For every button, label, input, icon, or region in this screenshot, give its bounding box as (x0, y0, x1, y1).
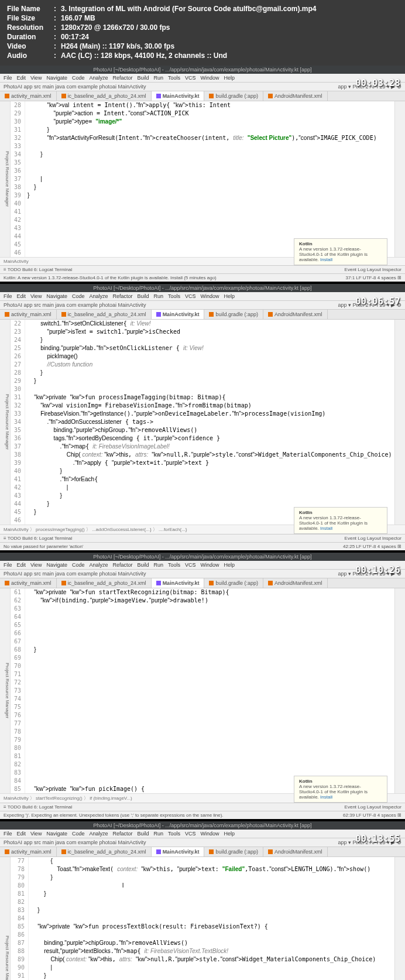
tab-mainactivity-kt[interactable]: MainActivity.kt (152, 310, 205, 319)
right-tool-strip[interactable] (394, 588, 405, 793)
tab-androidmanifest-xml[interactable]: AndroidManifest.xml (263, 578, 328, 588)
right-tool-strip[interactable] (394, 857, 405, 980)
menu-vcs[interactable]: VCS (185, 831, 196, 837)
kotlin-update-notification[interactable]: Kotlin A new version 1.3.72-release-Stud… (294, 507, 387, 534)
menu-code[interactable]: Code (72, 293, 85, 299)
bottom-tool-tabs[interactable]: ≡ TODO Build 6: Logcat TerminalEvent Log… (0, 534, 405, 542)
tab-androidmanifest-xml[interactable]: AndroidManifest.xml (263, 847, 328, 856)
menu-help[interactable]: Help (224, 562, 235, 568)
breadcrumb[interactable]: PhotoAI app src main java com example ph… (4, 84, 338, 90)
menu-vcs[interactable]: VCS (185, 562, 196, 568)
notification-install-link[interactable]: Install (320, 257, 332, 262)
menu-code[interactable]: Code (72, 75, 85, 81)
tab-androidmanifest-xml[interactable]: AndroidManifest.xml (263, 91, 328, 101)
tab-ic-baseline-add-a-photo-24-xml[interactable]: ic_baseline_add_a_photo_24.xml (57, 578, 152, 588)
code-editor[interactable]: "kw">private "kw">fun startTextRecognizi… (25, 588, 394, 793)
tab-activity-main-xml[interactable]: activity_main.xml (0, 310, 57, 319)
menu-build[interactable]: Build (137, 562, 149, 568)
breadcrumb[interactable]: PhotoAI app src main java com example ph… (4, 839, 338, 845)
menu-edit[interactable]: Edit (17, 562, 26, 568)
menu-run[interactable]: Run (154, 831, 164, 837)
menu-analyze[interactable]: Analyze (89, 831, 108, 837)
editor-tabs: activity_main.xml ic_baseline_add_a_phot… (0, 578, 405, 588)
bottom-tool-tabs[interactable]: ≡ TODO Build 6: Logcat TerminalEvent Log… (0, 803, 405, 811)
menu-navigate[interactable]: Navigate (46, 562, 67, 568)
tab-mainactivity-kt[interactable]: MainActivity.kt (152, 578, 205, 588)
left-tool-strip[interactable]: Project Resource Manager (0, 588, 11, 793)
menu-tools[interactable]: Tools (168, 75, 180, 81)
kotlin-update-notification[interactable]: Kotlin A new version 1.3.72-release-Stud… (294, 238, 387, 265)
menu-build[interactable]: Build (137, 831, 149, 837)
menu-run[interactable]: Run (154, 75, 164, 81)
tab-activity-main-xml[interactable]: activity_main.xml (0, 578, 57, 588)
menu-file[interactable]: File (4, 75, 12, 81)
menu-analyze[interactable]: Analyze (89, 293, 108, 299)
tab-ic-baseline-add-a-photo-24-xml[interactable]: ic_baseline_add_a_photo_24.xml (57, 847, 152, 856)
tab-build-gradle---app-[interactable]: build.gradle (:app) (204, 310, 263, 319)
left-tool-strip[interactable]: Project Resource Manager (0, 857, 11, 980)
menu-vcs[interactable]: VCS (185, 75, 196, 81)
tab-mainactivity-kt[interactable]: MainActivity.kt (152, 847, 205, 856)
tab-androidmanifest-xml[interactable]: AndroidManifest.xml (263, 310, 328, 319)
breadcrumb[interactable]: PhotoAI app src main java com example ph… (4, 571, 338, 577)
menu-tools[interactable]: Tools (168, 293, 180, 299)
menu-file[interactable]: File (4, 293, 12, 299)
menu-file[interactable]: File (4, 831, 12, 837)
menu-window[interactable]: Window (201, 293, 219, 299)
notification-install-link[interactable]: Install (320, 526, 332, 531)
code-editor[interactable]: switch1."fn">setOnClickListener{ it: Vie… (25, 320, 394, 525)
menu-code[interactable]: Code (72, 831, 85, 837)
code-editor[interactable]: { Toast."fn">makeText( context: "kw">thi… (29, 857, 394, 980)
menu-navigate[interactable]: Navigate (46, 293, 67, 299)
menu-help[interactable]: Help (224, 75, 235, 81)
menu-navigate[interactable]: Navigate (46, 831, 67, 837)
code-editor[interactable]: "kw">val intent = Intent()."fn">apply{ "… (25, 101, 394, 257)
menu-run[interactable]: Run (154, 293, 164, 299)
tab-ic-baseline-add-a-photo-24-xml[interactable]: ic_baseline_add_a_photo_24.xml (57, 91, 152, 101)
tab-build-gradle---app-[interactable]: build.gradle (:app) (204, 91, 263, 101)
menu-edit[interactable]: Edit (17, 293, 26, 299)
menu-refactor[interactable]: Refactor (112, 831, 132, 837)
menu-help[interactable]: Help (224, 831, 235, 837)
menu-view[interactable]: View (30, 831, 42, 837)
menu-tools[interactable]: Tools (168, 831, 180, 837)
meta-filesize: 166.07 MB (61, 14, 95, 22)
menu-view[interactable]: View (30, 75, 42, 81)
tab-activity-main-xml[interactable]: activity_main.xml (0, 91, 57, 101)
left-tool-strip[interactable]: Project Resource Manager (0, 101, 11, 257)
menu-tools[interactable]: Tools (168, 562, 180, 568)
notification-install-link[interactable]: Install (320, 794, 332, 800)
menu-analyze[interactable]: Analyze (89, 75, 108, 81)
menu-view[interactable]: View (30, 293, 42, 299)
menu-help[interactable]: Help (224, 293, 235, 299)
menu-analyze[interactable]: Analyze (89, 562, 108, 568)
menu-file[interactable]: File (4, 562, 12, 568)
left-tool-strip[interactable]: Project Resource Manager (0, 320, 11, 525)
tab-build-gradle---app-[interactable]: build.gradle (:app) (204, 847, 263, 856)
menu-refactor[interactable]: Refactor (112, 562, 132, 568)
bottom-tool-tabs[interactable]: ≡ TODO Build 6: Logcat TerminalEvent Log… (0, 265, 405, 273)
menu-build[interactable]: Build (137, 293, 149, 299)
menu-vcs[interactable]: VCS (185, 293, 196, 299)
right-tool-strip[interactable] (394, 320, 405, 525)
tab-build-gradle---app-[interactable]: build.gradle (:app) (204, 578, 263, 588)
breadcrumb[interactable]: PhotoAI app src main java com example ph… (4, 302, 338, 308)
menu-window[interactable]: Window (201, 75, 219, 81)
menu-refactor[interactable]: Refactor (112, 293, 132, 299)
menu-run[interactable]: Run (154, 562, 164, 568)
right-tool-strip[interactable] (394, 101, 405, 257)
menu-window[interactable]: Window (201, 562, 219, 568)
menu-window[interactable]: Window (201, 831, 219, 837)
menu-navigate[interactable]: Navigate (46, 75, 67, 81)
menu-edit[interactable]: Edit (17, 831, 26, 837)
menu-view[interactable]: View (30, 562, 42, 568)
tab-ic-baseline-add-a-photo-24-xml[interactable]: ic_baseline_add_a_photo_24.xml (57, 310, 152, 319)
ide-frame-3: 00:13:55 PhotoAI [~/Desktop/PhotoAI] - .… (0, 821, 405, 980)
tab-mainactivity-kt[interactable]: MainActivity.kt (152, 91, 205, 101)
kotlin-update-notification[interactable]: Kotlin A new version 1.3.72-release-Stud… (294, 776, 387, 803)
menu-refactor[interactable]: Refactor (112, 75, 132, 81)
menu-code[interactable]: Code (72, 562, 85, 568)
menu-edit[interactable]: Edit (17, 75, 26, 81)
menu-build[interactable]: Build (137, 75, 149, 81)
tab-activity-main-xml[interactable]: activity_main.xml (0, 847, 57, 856)
